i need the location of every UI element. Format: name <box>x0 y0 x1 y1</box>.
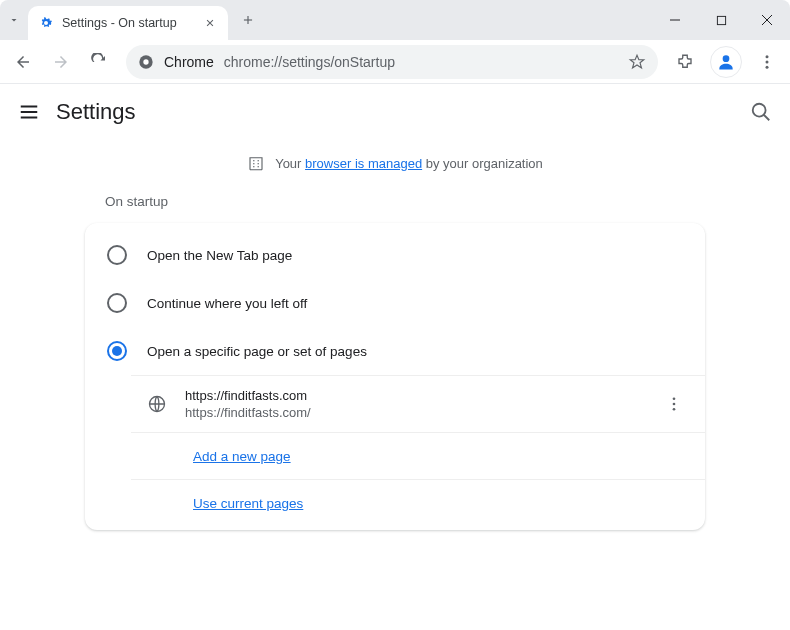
omnibox-origin: Chrome <box>164 54 214 70</box>
startup-card: Open the New Tab page Continue where you… <box>85 223 705 530</box>
add-page-row: Add a new page <box>131 432 705 479</box>
radio-option-continue[interactable]: Continue where you left off <box>85 279 705 327</box>
menu-button[interactable] <box>750 45 784 79</box>
managed-prefix: Your <box>275 156 301 171</box>
kebab-menu-icon <box>758 53 776 71</box>
arrow-right-icon <box>52 53 70 71</box>
svg-point-9 <box>673 397 676 400</box>
managed-banner: Your browser is managed by your organiza… <box>0 140 790 186</box>
plus-icon <box>241 13 255 27</box>
chevron-down-icon <box>8 14 20 26</box>
building-icon <box>247 154 265 172</box>
window-controls <box>652 0 790 40</box>
extensions-icon <box>676 53 694 71</box>
startup-page-row: https://finditfasts.com https://finditfa… <box>131 375 705 432</box>
browser-tab[interactable]: Settings - On startup <box>28 6 228 40</box>
new-tab-button[interactable] <box>234 6 262 34</box>
use-current-pages-link[interactable]: Use current pages <box>193 496 303 511</box>
svg-point-3 <box>723 55 730 62</box>
radio-option-specific-pages[interactable]: Open a specific page or set of pages <box>85 327 705 375</box>
settings-header: Settings <box>0 84 790 140</box>
browser-toolbar: Chrome chrome://settings/onStartup <box>0 40 790 84</box>
section-title: On startup <box>85 186 705 223</box>
svg-rect-0 <box>717 16 725 24</box>
bookmark-star-icon[interactable] <box>628 53 646 71</box>
tab-search-dropdown[interactable] <box>0 14 28 26</box>
svg-point-10 <box>673 403 676 406</box>
profile-icon <box>716 52 736 72</box>
svg-point-5 <box>766 60 769 63</box>
hamburger-menu-icon[interactable] <box>18 101 40 123</box>
close-icon <box>761 14 773 26</box>
minimize-icon <box>669 14 681 26</box>
more-actions-button[interactable] <box>665 395 683 413</box>
svg-point-7 <box>753 104 766 117</box>
svg-point-6 <box>766 65 769 68</box>
window-titlebar: Settings - On startup <box>0 0 790 40</box>
svg-point-2 <box>143 59 148 64</box>
settings-gear-icon <box>38 15 54 31</box>
tab-close-button[interactable] <box>202 15 218 31</box>
address-bar[interactable]: Chrome chrome://settings/onStartup <box>126 45 658 79</box>
minimize-button[interactable] <box>652 0 698 40</box>
tab-title: Settings - On startup <box>62 16 194 30</box>
radio-icon <box>107 293 127 313</box>
add-new-page-link[interactable]: Add a new page <box>193 449 291 464</box>
omnibox-url: chrome://settings/onStartup <box>224 54 618 70</box>
maximize-button[interactable] <box>698 0 744 40</box>
page-content: Settings Your browser is managed by your… <box>0 84 790 530</box>
close-icon <box>205 18 215 28</box>
startup-page-url: https://finditfasts.com/ <box>185 405 647 420</box>
startup-pages-list: https://finditfasts.com https://finditfa… <box>85 375 705 526</box>
forward-button[interactable] <box>44 45 78 79</box>
use-current-row: Use current pages <box>131 479 705 526</box>
managed-link[interactable]: browser is managed <box>305 156 422 171</box>
radio-label: Continue where you left off <box>147 296 307 311</box>
radio-icon <box>107 245 127 265</box>
svg-point-11 <box>673 408 676 411</box>
extensions-button[interactable] <box>668 45 702 79</box>
chrome-logo-icon <box>138 54 154 70</box>
radio-label: Open a specific page or set of pages <box>147 344 367 359</box>
radio-option-new-tab[interactable]: Open the New Tab page <box>85 231 705 279</box>
search-icon[interactable] <box>750 101 772 123</box>
page-title: Settings <box>56 99 136 125</box>
maximize-icon <box>716 15 727 26</box>
arrow-left-icon <box>14 53 32 71</box>
globe-icon <box>147 394 167 414</box>
reload-icon <box>90 53 108 71</box>
back-button[interactable] <box>6 45 40 79</box>
managed-suffix: by your organization <box>426 156 543 171</box>
radio-label: Open the New Tab page <box>147 248 292 263</box>
startup-page-title: https://finditfasts.com <box>185 388 647 403</box>
radio-icon <box>107 341 127 361</box>
svg-point-4 <box>766 55 769 58</box>
close-window-button[interactable] <box>744 0 790 40</box>
reload-button[interactable] <box>82 45 116 79</box>
on-startup-section: On startup Open the New Tab page Continu… <box>85 186 705 530</box>
profile-button[interactable] <box>710 46 742 78</box>
